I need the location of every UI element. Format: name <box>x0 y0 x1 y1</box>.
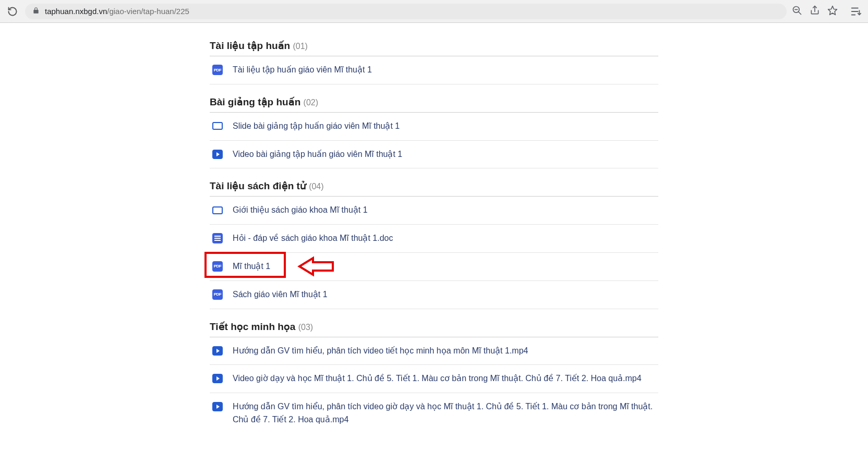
list-item[interactable]: PDFMĩ thuật 1 <box>210 253 658 281</box>
url-host: taphuan.nxbgd.vn <box>45 7 107 16</box>
section-title: Tiết học minh họa (03) <box>210 321 658 333</box>
section-title-text: Tài liệu sách điện tử <box>210 180 306 191</box>
section-count: (04) <box>309 182 323 191</box>
lock-icon <box>32 7 40 16</box>
section-title: Tài liệu tập huấn (01) <box>210 40 658 52</box>
pdf-icon: PDF <box>212 64 223 76</box>
slide-icon <box>212 204 223 216</box>
svg-line-1 <box>799 11 801 14</box>
list-item[interactable]: Video bài giảng tập huấn giáo viên Mĩ th… <box>210 141 658 169</box>
doc-icon <box>212 233 223 244</box>
page: Tài liệu tập huấn (01)PDFTài liệu tập hu… <box>0 23 868 434</box>
item-label: Hỏi - đáp về sách giáo khoa Mĩ thuật 1.d… <box>233 232 393 245</box>
section-count: (03) <box>298 323 313 332</box>
reload-button[interactable] <box>5 4 20 19</box>
content: Tài liệu tập huấn (01)PDFTài liệu tập hu… <box>210 28 658 434</box>
video-icon <box>212 401 223 412</box>
video-icon <box>212 373 223 384</box>
section-count: (01) <box>293 42 307 51</box>
section-title: Bài giảng tập huấn (02) <box>210 96 658 108</box>
item-label: Giới thiệu sách giáo khoa Mĩ thuật 1 <box>233 204 368 217</box>
item-label: Video bài giảng tập huấn giáo viên Mĩ th… <box>233 148 402 161</box>
arrow-left-icon <box>297 256 334 279</box>
list-item[interactable]: Video giờ dạy và học Mĩ thuật 1. Chủ đề … <box>210 365 658 393</box>
list-item[interactable]: Hướng dẫn GV tìm hiểu, phân tích video g… <box>210 393 658 434</box>
pdf-icon: PDF <box>212 261 223 272</box>
url-path: /giao-vien/tap-huan/225 <box>107 7 189 16</box>
section-count: (02) <box>304 98 318 107</box>
url-bar[interactable]: taphuan.nxbgd.vn/giao-vien/tap-huan/225 <box>25 4 787 19</box>
video-icon <box>212 345 223 357</box>
section-title: Tài liệu sách điện tử (04) <box>210 180 658 192</box>
list-item[interactable]: Hỏi - đáp về sách giáo khoa Mĩ thuật 1.d… <box>210 225 658 253</box>
item-label: Hướng dẫn GV tìm hiểu, phân tích video t… <box>233 345 528 358</box>
zoom-out-icon[interactable] <box>792 5 802 18</box>
reading-list-icon[interactable] <box>849 5 863 18</box>
video-icon <box>212 149 223 160</box>
item-label: Slide bài giảng tập huấn giáo viên Mĩ th… <box>233 120 400 133</box>
svg-marker-4 <box>828 6 837 15</box>
section-title-text: Tiết học minh họa <box>210 321 295 332</box>
list-item[interactable]: Hướng dẫn GV tìm hiểu, phân tích video t… <box>210 337 658 365</box>
item-label: Tài liệu tập huấn giáo viên Mĩ thuật 1 <box>233 64 372 77</box>
browser-toolbar: taphuan.nxbgd.vn/giao-vien/tap-huan/225 <box>0 0 868 23</box>
list-item[interactable]: Slide bài giảng tập huấn giáo viên Mĩ th… <box>210 113 658 141</box>
item-label: Sách giáo viên Mĩ thuật 1 <box>233 288 328 301</box>
url-text: taphuan.nxbgd.vn/giao-vien/tap-huan/225 <box>45 7 189 16</box>
share-icon[interactable] <box>810 5 820 18</box>
item-label: Mĩ thuật 1 <box>233 260 270 273</box>
item-label: Hướng dẫn GV tìm hiểu, phân tích video g… <box>233 400 656 426</box>
list-item[interactable]: Giới thiệu sách giáo khoa Mĩ thuật 1 <box>210 197 658 225</box>
list-item[interactable]: PDFSách giáo viên Mĩ thuật 1 <box>210 281 658 309</box>
section-title-text: Tài liệu tập huấn <box>210 40 290 51</box>
pdf-icon: PDF <box>212 289 223 300</box>
section-title-text: Bài giảng tập huấn <box>210 96 300 107</box>
toolbar-right <box>792 5 841 18</box>
list-item[interactable]: PDFTài liệu tập huấn giáo viên Mĩ thuật … <box>210 56 658 84</box>
slide-icon <box>212 120 223 132</box>
star-icon[interactable] <box>827 5 838 18</box>
item-label: Video giờ dạy và học Mĩ thuật 1. Chủ đề … <box>233 372 642 385</box>
